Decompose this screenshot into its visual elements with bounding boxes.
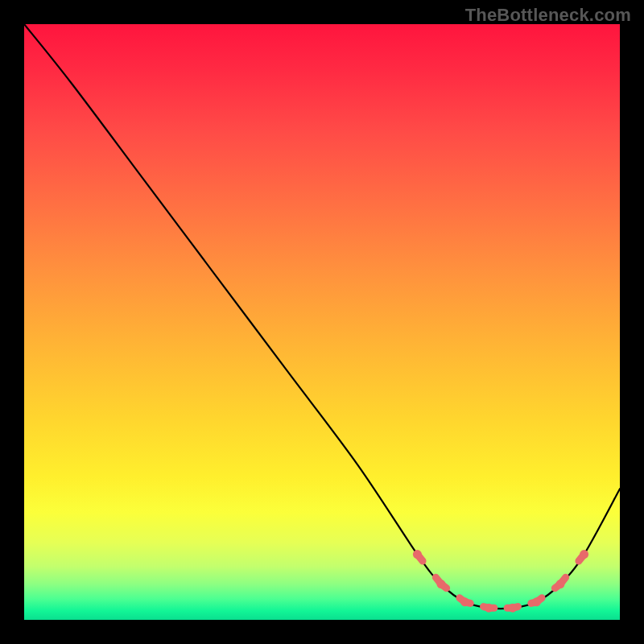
- svg-point-16: [460, 597, 469, 606]
- optimal-range-markers: [413, 550, 588, 613]
- watermark-text: TheBottleneck.com: [465, 5, 631, 26]
- plot-area: [24, 24, 620, 620]
- bottleneck-curve-line: [24, 24, 620, 609]
- curve-svg: [24, 24, 620, 620]
- svg-point-19: [532, 597, 541, 606]
- svg-point-20: [556, 580, 565, 588]
- svg-point-17: [485, 604, 493, 613]
- svg-point-18: [508, 604, 517, 613]
- svg-point-14: [413, 550, 422, 559]
- svg-point-21: [580, 550, 588, 559]
- svg-point-15: [437, 580, 446, 588]
- chart-container: TheBottleneck.com: [0, 0, 644, 644]
